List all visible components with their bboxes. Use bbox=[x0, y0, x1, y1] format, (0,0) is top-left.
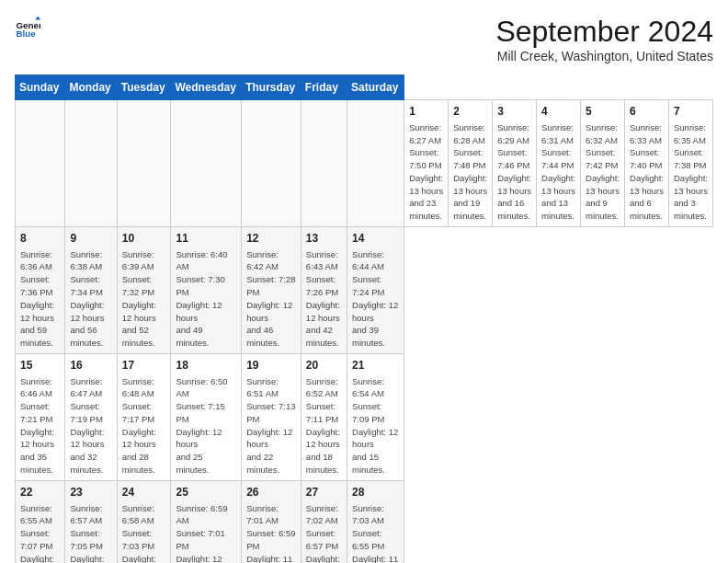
table-row: 4Sunrise: 6:31 AMSunset: 7:44 PMDaylight… bbox=[537, 100, 581, 227]
table-row: 15Sunrise: 6:46 AMSunset: 7:21 PMDayligh… bbox=[16, 353, 65, 480]
day-number: 13 bbox=[306, 231, 342, 247]
day-info: Sunrise: 6:51 AMSunset: 7:13 PMDaylight:… bbox=[246, 375, 296, 477]
table-row: 20Sunrise: 6:52 AMSunset: 7:11 PMDayligh… bbox=[301, 353, 347, 480]
day-number: 16 bbox=[70, 358, 111, 373]
day-number: 6 bbox=[630, 104, 664, 120]
col-wednesday: Wednesday bbox=[171, 75, 242, 100]
day-number: 3 bbox=[497, 104, 531, 120]
col-monday: Monday bbox=[65, 75, 117, 100]
day-number: 4 bbox=[541, 104, 575, 120]
table-row bbox=[117, 100, 171, 227]
table-row: 12Sunrise: 6:42 AMSunset: 7:28 PMDayligh… bbox=[242, 226, 301, 353]
table-row: 19Sunrise: 6:51 AMSunset: 7:13 PMDayligh… bbox=[242, 353, 301, 480]
table-row: 10Sunrise: 6:39 AMSunset: 7:32 PMDayligh… bbox=[117, 226, 171, 353]
logo: General Blue bbox=[15, 15, 40, 40]
table-row: 2Sunrise: 6:28 AMSunset: 7:48 PMDaylight… bbox=[449, 100, 493, 227]
day-number: 1 bbox=[409, 104, 443, 120]
day-number: 20 bbox=[306, 358, 342, 373]
day-number: 24 bbox=[122, 485, 166, 500]
location: Mill Creek, Washington, United States bbox=[495, 49, 713, 63]
day-number: 21 bbox=[352, 358, 399, 373]
day-number: 12 bbox=[246, 231, 296, 247]
col-saturday: Saturday bbox=[347, 75, 404, 100]
table-row: 8Sunrise: 6:36 AMSunset: 7:36 PMDaylight… bbox=[16, 226, 65, 353]
day-number: 19 bbox=[246, 358, 296, 373]
table-row: 5Sunrise: 6:32 AMSunset: 7:42 PMDaylight… bbox=[581, 100, 625, 227]
day-number: 10 bbox=[122, 231, 166, 247]
table-row: 25Sunrise: 6:59 AMSunset: 7:01 PMDayligh… bbox=[171, 480, 242, 563]
calendar-header-row: Sunday Monday Tuesday Wednesday Thursday… bbox=[16, 75, 713, 100]
day-info: Sunrise: 6:29 AMSunset: 7:46 PMDaylight:… bbox=[497, 121, 531, 223]
svg-marker-2 bbox=[35, 16, 40, 19]
day-info: Sunrise: 6:31 AMSunset: 7:44 PMDaylight:… bbox=[541, 121, 575, 223]
table-row bbox=[301, 100, 347, 227]
day-number: 15 bbox=[20, 358, 60, 373]
day-info: Sunrise: 6:32 AMSunset: 7:42 PMDaylight:… bbox=[586, 121, 620, 223]
col-tuesday: Tuesday bbox=[117, 75, 171, 100]
day-number: 23 bbox=[70, 485, 111, 500]
day-number: 18 bbox=[176, 358, 236, 373]
day-info: Sunrise: 6:40 AMSunset: 7:30 PMDaylight:… bbox=[176, 248, 236, 350]
day-number: 26 bbox=[246, 485, 296, 500]
calendar-week-row: 15Sunrise: 6:46 AMSunset: 7:21 PMDayligh… bbox=[16, 353, 713, 480]
table-row: 14Sunrise: 6:44 AMSunset: 7:24 PMDayligh… bbox=[347, 226, 404, 353]
table-row bbox=[347, 100, 404, 227]
day-info: Sunrise: 6:47 AMSunset: 7:19 PMDaylight:… bbox=[70, 375, 111, 477]
table-row: 28Sunrise: 7:03 AMSunset: 6:55 PMDayligh… bbox=[347, 480, 404, 563]
table-row: 17Sunrise: 6:48 AMSunset: 7:17 PMDayligh… bbox=[117, 353, 171, 480]
day-info: Sunrise: 6:39 AMSunset: 7:32 PMDaylight:… bbox=[122, 248, 166, 350]
day-info: Sunrise: 6:58 AMSunset: 7:03 PMDaylight:… bbox=[122, 502, 166, 563]
calendar-week-row: 8Sunrise: 6:36 AMSunset: 7:36 PMDaylight… bbox=[16, 226, 713, 353]
table-row: 13Sunrise: 6:43 AMSunset: 7:26 PMDayligh… bbox=[301, 226, 347, 353]
calendar-week-row: 22Sunrise: 6:55 AMSunset: 7:07 PMDayligh… bbox=[16, 480, 713, 563]
day-info: Sunrise: 6:46 AMSunset: 7:21 PMDaylight:… bbox=[20, 375, 60, 477]
day-number: 7 bbox=[674, 104, 708, 120]
day-info: Sunrise: 7:02 AMSunset: 6:57 PMDaylight:… bbox=[306, 502, 342, 563]
table-row: 18Sunrise: 6:50 AMSunset: 7:15 PMDayligh… bbox=[171, 353, 242, 480]
day-number: 27 bbox=[306, 485, 342, 500]
col-friday: Friday bbox=[301, 75, 347, 100]
day-info: Sunrise: 6:50 AMSunset: 7:15 PMDaylight:… bbox=[176, 375, 236, 477]
day-number: 14 bbox=[352, 231, 399, 247]
table-row: 11Sunrise: 6:40 AMSunset: 7:30 PMDayligh… bbox=[171, 226, 242, 353]
day-number: 5 bbox=[586, 104, 620, 120]
day-info: Sunrise: 6:28 AMSunset: 7:48 PMDaylight:… bbox=[453, 121, 487, 223]
day-info: Sunrise: 6:43 AMSunset: 7:26 PMDaylight:… bbox=[306, 248, 342, 350]
table-row: 26Sunrise: 7:01 AMSunset: 6:59 PMDayligh… bbox=[242, 480, 301, 563]
table-row: 24Sunrise: 6:58 AMSunset: 7:03 PMDayligh… bbox=[117, 480, 171, 563]
svg-text:Blue: Blue bbox=[16, 29, 36, 39]
table-row: 21Sunrise: 6:54 AMSunset: 7:09 PMDayligh… bbox=[347, 353, 404, 480]
table-row: 22Sunrise: 6:55 AMSunset: 7:07 PMDayligh… bbox=[16, 480, 65, 563]
day-number: 17 bbox=[122, 358, 166, 373]
table-row bbox=[16, 100, 65, 227]
day-info: Sunrise: 7:03 AMSunset: 6:55 PMDaylight:… bbox=[352, 502, 399, 563]
table-row: 6Sunrise: 6:33 AMSunset: 7:40 PMDaylight… bbox=[625, 100, 669, 227]
logo-icon: General Blue bbox=[15, 15, 40, 40]
col-thursday: Thursday bbox=[242, 75, 301, 100]
day-info: Sunrise: 6:36 AMSunset: 7:36 PMDaylight:… bbox=[20, 248, 60, 350]
table-row: 16Sunrise: 6:47 AMSunset: 7:19 PMDayligh… bbox=[65, 353, 117, 480]
day-info: Sunrise: 6:59 AMSunset: 7:01 PMDaylight:… bbox=[176, 502, 236, 563]
title-area: September 2024 Mill Creek, Washington, U… bbox=[495, 15, 713, 63]
day-number: 28 bbox=[352, 485, 399, 500]
page-header: General Blue September 2024 Mill Creek, … bbox=[15, 15, 713, 63]
month-title: September 2024 bbox=[495, 15, 713, 49]
table-row bbox=[171, 100, 242, 227]
calendar-table: Sunday Monday Tuesday Wednesday Thursday… bbox=[15, 75, 713, 563]
day-info: Sunrise: 6:55 AMSunset: 7:07 PMDaylight:… bbox=[20, 502, 60, 563]
day-info: Sunrise: 6:27 AMSunset: 7:50 PMDaylight:… bbox=[409, 121, 443, 223]
day-info: Sunrise: 6:54 AMSunset: 7:09 PMDaylight:… bbox=[352, 375, 399, 477]
day-number: 2 bbox=[453, 104, 487, 120]
calendar-week-row: 1Sunrise: 6:27 AMSunset: 7:50 PMDaylight… bbox=[16, 100, 713, 227]
day-info: Sunrise: 6:33 AMSunset: 7:40 PMDaylight:… bbox=[630, 121, 664, 223]
day-number: 8 bbox=[20, 231, 60, 247]
day-info: Sunrise: 6:48 AMSunset: 7:17 PMDaylight:… bbox=[122, 375, 166, 477]
day-info: Sunrise: 7:01 AMSunset: 6:59 PMDaylight:… bbox=[246, 502, 296, 563]
day-number: 25 bbox=[176, 485, 236, 500]
table-row bbox=[242, 100, 301, 227]
day-info: Sunrise: 6:42 AMSunset: 7:28 PMDaylight:… bbox=[246, 248, 296, 350]
table-row: 3Sunrise: 6:29 AMSunset: 7:46 PMDaylight… bbox=[493, 100, 537, 227]
table-row: 1Sunrise: 6:27 AMSunset: 7:50 PMDaylight… bbox=[404, 100, 449, 227]
day-info: Sunrise: 6:35 AMSunset: 7:38 PMDaylight:… bbox=[674, 121, 708, 223]
table-row: 23Sunrise: 6:57 AMSunset: 7:05 PMDayligh… bbox=[65, 480, 117, 563]
